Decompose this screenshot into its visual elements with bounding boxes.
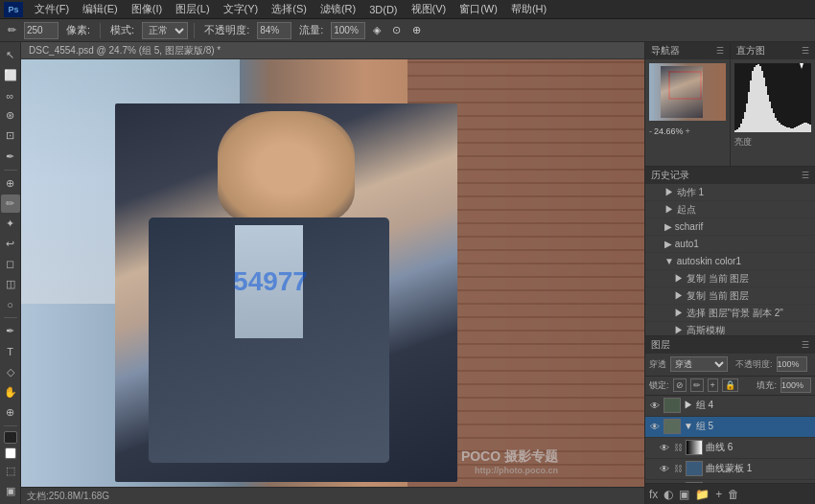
menu-edit[interactable]: 编辑(E) — [77, 0, 124, 18]
fill-input[interactable] — [780, 378, 811, 393]
dodge-tool[interactable]: ○ — [1, 295, 20, 313]
clone-tool[interactable]: ✦ — [1, 215, 20, 233]
text-tool[interactable]: T — [1, 342, 20, 360]
gradient-tool[interactable]: ◫ — [1, 275, 20, 293]
lock-image-icon[interactable]: ✏ — [690, 378, 704, 392]
histogram-menu-icon[interactable]: ☰ — [802, 46, 809, 56]
navigator-thumbnail[interactable] — [649, 63, 726, 121]
layer-adj-button[interactable]: ▣ — [679, 488, 689, 501]
history-item-copy1[interactable]: ▶ 复制 当前 图层 — [645, 270, 815, 287]
layer-visibility-group5[interactable]: 👁 — [649, 421, 661, 432]
history-item-scharif[interactable]: ▶ scharif — [645, 218, 815, 236]
menu-view[interactable]: 视图(V) — [406, 0, 453, 18]
blend-mode-select[interactable]: 穿透正常 — [670, 356, 728, 372]
layers-header-icons: ☰ — [802, 340, 809, 350]
svg-rect-28 — [786, 127, 788, 132]
layer-fx-button[interactable]: fx — [649, 488, 658, 501]
person-head — [218, 111, 355, 224]
healing-tool[interactable]: ⊕ — [1, 174, 20, 193]
history-item-auto1[interactable]: ▶ auto1 — [645, 236, 815, 253]
photo-person — [115, 103, 458, 481]
background-color[interactable] — [5, 447, 16, 459]
svg-rect-5 — [742, 119, 744, 132]
layer-name-smart1: 曲线蒙板 1 — [706, 462, 811, 475]
layers-menu-icon[interactable]: ☰ — [802, 340, 809, 350]
menu-image[interactable]: 图像(I) — [126, 0, 168, 18]
airbrush-icon[interactable]: ◈ — [369, 22, 384, 38]
menu-help[interactable]: 帮助(H) — [505, 0, 552, 18]
layer-row-group4[interactable]: 👁 ▶ 组 4 — [645, 396, 815, 417]
history-item-select1[interactable]: ▶ 选择 图层"背景 副本 2" — [645, 305, 815, 322]
histogram-graph — [734, 63, 811, 132]
stylus-icon[interactable]: ⊕ — [408, 22, 425, 38]
move-tool[interactable]: ↖ — [1, 46, 20, 64]
eraser-tool[interactable]: ◻ — [1, 255, 20, 273]
zoom-in-icon[interactable]: + — [686, 126, 690, 136]
lock-all-icon[interactable]: 🔒 — [722, 378, 738, 392]
svg-rect-3 — [738, 127, 740, 132]
lasso-tool[interactable]: ∞ — [1, 86, 20, 104]
layer-visibility-curves6[interactable]: 👁 — [659, 442, 670, 453]
hand-tool[interactable]: ✋ — [1, 383, 20, 401]
history-item-start[interactable]: ▶ 起点 — [645, 201, 815, 218]
layer-group-button[interactable]: 📁 — [695, 488, 710, 501]
layer-row-smart1[interactable]: 👁 ⛓ 曲线蒙板 1 — [645, 459, 815, 480]
layer-row-curves6[interactable]: 👁 ⛓ 曲线 6 — [645, 438, 815, 459]
menu-file[interactable]: 文件(F) — [29, 0, 75, 18]
layer-visibility-smart1[interactable]: 👁 — [659, 463, 670, 474]
layer-mask-button[interactable]: ◐ — [664, 488, 673, 501]
shape-tool[interactable]: ◇ — [1, 363, 20, 381]
layer-name-group5: ▼ 组 5 — [684, 420, 811, 433]
brush-tool[interactable]: ✏ — [1, 195, 20, 213]
svg-rect-12 — [756, 65, 757, 132]
layer-opacity-input[interactable] — [777, 356, 807, 372]
history-item-label: ▶ 复制 当前 图层 — [674, 272, 749, 286]
layer-row-group5[interactable]: 👁 ▼ 组 5 — [645, 417, 815, 438]
menu-layer[interactable]: 图层(L) — [170, 0, 215, 18]
pen-tool[interactable]: ✒ — [1, 322, 20, 340]
menu-filter[interactable]: 滤镜(R) — [314, 0, 361, 18]
layer-chain-curves6: ⛓ — [673, 443, 683, 452]
ps-logo: Ps — [4, 2, 23, 17]
quick-mask-toggle[interactable]: ⬚ — [1, 462, 20, 480]
layer-new-button[interactable]: + — [715, 488, 722, 501]
crop-tool[interactable]: ⊡ — [1, 126, 20, 145]
flow-input[interactable] — [331, 22, 365, 39]
brush-tool-icon[interactable]: ✏ — [4, 22, 20, 38]
screen-mode-toggle[interactable]: ▣ — [1, 482, 20, 500]
zoom-tool[interactable]: ⊕ — [1, 403, 20, 422]
menu-select[interactable]: 选择(S) — [266, 0, 313, 18]
history-item-autoskin[interactable]: ▼ autoskin color1 — [645, 253, 815, 270]
zoom-out-icon[interactable]: - — [649, 126, 652, 136]
lock-transparent-icon[interactable]: ⊘ — [673, 378, 687, 392]
history-item-gaussian[interactable]: ▶ 高斯模糊 — [645, 322, 815, 335]
menu-window[interactable]: 窗口(W) — [454, 0, 503, 18]
pressure-icon[interactable]: ⊙ — [388, 22, 405, 38]
opacity-input[interactable] — [257, 22, 291, 39]
navigator-menu-icon[interactable]: ☰ — [716, 46, 724, 56]
eyedropper-tool[interactable]: ✒ — [1, 148, 20, 166]
canvas-image[interactable]: 54977 POCO 摄影专题 http://photo.poco.cn 实用摄… — [21, 59, 644, 504]
svg-rect-10 — [752, 71, 754, 132]
history-header: 历史记录 ☰ — [645, 167, 815, 184]
layer-visibility-group4[interactable]: 👁 — [649, 400, 661, 411]
history-menu-icon[interactable]: ☰ — [802, 171, 809, 180]
brush-size-input[interactable] — [24, 22, 58, 39]
svg-rect-30 — [790, 128, 792, 132]
layer-delete-button[interactable]: 🗑 — [728, 488, 739, 501]
menu-text[interactable]: 文字(Y) — [218, 0, 265, 18]
options-bar: ✏ 像素: 模式: 正常 不透明度: 流量: ◈ ⊙ ⊕ — [0, 19, 815, 42]
lock-position-icon[interactable]: + — [708, 378, 718, 392]
rect-select-tool[interactable]: ⬜ — [1, 66, 20, 84]
main-layout: ↖ ⬜ ∞ ⊛ ⊡ ✒ ⊕ ✏ ✦ ↩ ◻ ◫ ○ ✒ T ◇ ✋ ⊕ ⬚ ▣ … — [0, 42, 815, 504]
history-brush-tool[interactable]: ↩ — [1, 235, 20, 253]
history-item-copy2[interactable]: ▶ 复制 当前 图层 — [645, 287, 815, 305]
brush-mode-select[interactable]: 正常 — [142, 22, 188, 39]
flow-label: 流量: — [295, 21, 327, 39]
canvas-tab[interactable]: DSC_4554.psd @ 24.7% (组 5, 图层蒙版/8) * — [21, 42, 644, 59]
foreground-color[interactable] — [4, 431, 17, 444]
menu-3d[interactable]: 3D(D) — [363, 2, 403, 17]
quick-select-tool[interactable]: ⊛ — [1, 106, 20, 125]
layers-header: 图层 ☰ — [645, 336, 815, 354]
history-item-action1[interactable]: ▶ 动作 1 — [645, 184, 815, 201]
